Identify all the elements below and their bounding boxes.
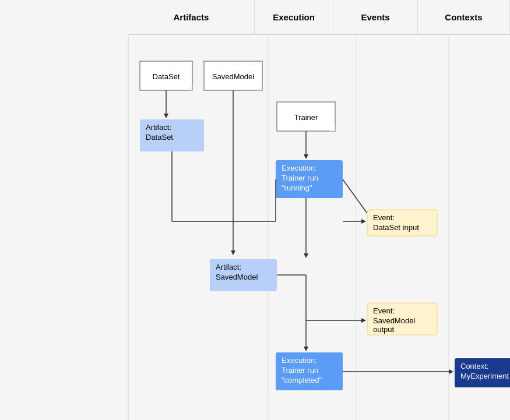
svg-text:SavedModel: SavedModel bbox=[373, 316, 415, 325]
svg-text:Trainer: Trainer bbox=[294, 113, 318, 122]
svg-text:Trainer run: Trainer run bbox=[282, 366, 318, 375]
svg-rect-49 bbox=[276, 352, 343, 390]
svg-text:DataSet input: DataSet input bbox=[373, 223, 419, 232]
col-header-events: Events bbox=[333, 0, 418, 34]
svg-text:SavedModel: SavedModel bbox=[212, 72, 254, 81]
svg-text:Event:: Event: bbox=[373, 213, 395, 222]
svg-marker-48 bbox=[304, 347, 308, 351]
svg-text:Execution:: Execution: bbox=[282, 356, 317, 365]
svg-text:Artifact:: Artifact: bbox=[146, 123, 171, 132]
svg-text:Context:: Context: bbox=[460, 362, 488, 370]
svg-rect-21 bbox=[276, 160, 343, 198]
svg-text:Execution:: Execution: bbox=[282, 164, 317, 172]
svg-marker-12 bbox=[231, 250, 235, 255]
svg-text:Trainer run: Trainer run bbox=[282, 174, 318, 182]
svg-rect-43 bbox=[367, 303, 437, 335]
svg-text:SavedModel: SavedModel bbox=[216, 273, 258, 281]
svg-marker-10 bbox=[164, 114, 168, 118]
svg-text:DataSet: DataSet bbox=[153, 72, 180, 81]
svg-text:output: output bbox=[373, 325, 395, 334]
svg-marker-4 bbox=[187, 84, 192, 90]
diagram-container: Artifacts Execution Events Contexts Data… bbox=[0, 0, 510, 420]
svg-line-28 bbox=[343, 179, 373, 221]
svg-rect-31 bbox=[367, 210, 437, 236]
svg-marker-7 bbox=[256, 84, 262, 90]
svg-rect-16 bbox=[277, 102, 335, 131]
svg-marker-30 bbox=[361, 219, 366, 224]
svg-rect-3 bbox=[140, 61, 192, 90]
svg-text:MyExperiment: MyExperiment bbox=[460, 372, 509, 380]
svg-text:Event:: Event: bbox=[373, 306, 395, 315]
svg-rect-36 bbox=[210, 259, 277, 291]
diagram-svg: DataSet SavedModel Artifact: DataSet Tra… bbox=[128, 35, 510, 420]
svg-marker-17 bbox=[329, 125, 335, 131]
svg-text:"running": "running" bbox=[282, 183, 312, 192]
svg-rect-55 bbox=[455, 358, 510, 387]
svg-marker-42 bbox=[361, 318, 366, 323]
svg-marker-35 bbox=[304, 253, 308, 258]
svg-text:"completed": "completed" bbox=[282, 376, 322, 384]
columns-header: Artifacts Execution Events Contexts bbox=[128, 0, 510, 35]
svg-text:DataSet: DataSet bbox=[146, 133, 173, 142]
svg-rect-13 bbox=[140, 119, 204, 151]
col-header-execution: Execution bbox=[255, 0, 334, 34]
svg-text:Artifact:: Artifact: bbox=[216, 263, 241, 271]
svg-marker-20 bbox=[304, 154, 308, 159]
svg-rect-6 bbox=[204, 61, 262, 90]
col-header-artifacts: Artifacts bbox=[128, 0, 255, 34]
svg-marker-54 bbox=[449, 369, 453, 374]
col-header-contexts: Contexts bbox=[418, 0, 510, 34]
